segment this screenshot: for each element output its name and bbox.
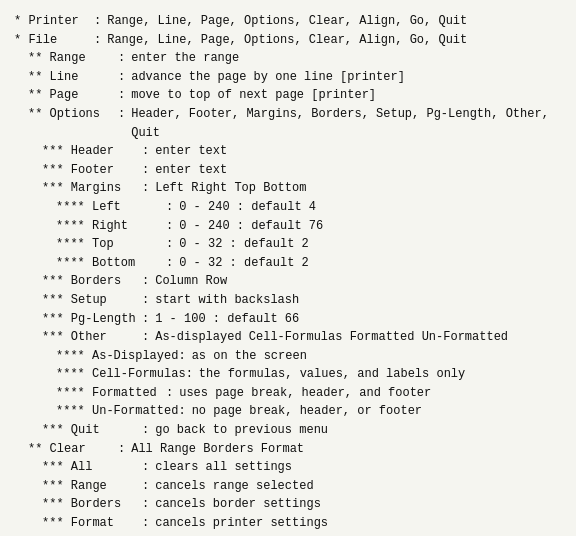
menu-description: cancels border settings bbox=[155, 495, 321, 514]
menu-colon: : bbox=[178, 402, 185, 421]
menu-label: ** Options bbox=[28, 105, 118, 124]
menu-label: *** Setup bbox=[42, 291, 142, 310]
menu-row: *** Footer: enter text bbox=[14, 161, 562, 180]
menu-description: Column Row bbox=[155, 272, 227, 291]
menu-description: page counter zero bbox=[131, 533, 253, 536]
menu-description: enter text bbox=[155, 142, 227, 161]
menu-label: **** Left bbox=[56, 198, 166, 217]
menu-row: *** Other: As-displayed Cell-Formulas Fo… bbox=[14, 328, 562, 347]
menu-description: 0 - 240 : default 76 bbox=[179, 217, 323, 236]
menu-colon: : bbox=[118, 49, 125, 68]
menu-label: **** Right bbox=[56, 217, 166, 236]
menu-colon: : bbox=[118, 105, 125, 124]
menu-label: *** All bbox=[42, 458, 142, 477]
menu-row: ** Align: page counter zero bbox=[14, 533, 562, 536]
menu-row: *** Quit: go back to previous menu bbox=[14, 421, 562, 440]
menu-colon: : bbox=[142, 421, 149, 440]
menu-label: * Printer bbox=[14, 12, 94, 31]
menu-description: 0 - 240 : default 4 bbox=[179, 198, 316, 217]
menu-colon: : bbox=[142, 179, 149, 198]
menu-colon: : bbox=[142, 477, 149, 496]
menu-description: clears all settings bbox=[155, 458, 292, 477]
menu-row: **** Formatted: uses page break, header,… bbox=[14, 384, 562, 403]
menu-description: advance the page by one line [printer] bbox=[131, 68, 405, 87]
menu-description: enter the range bbox=[131, 49, 239, 68]
menu-row: ** Clear: All Range Borders Format bbox=[14, 440, 562, 459]
menu-description: no page break, header, or footer bbox=[192, 402, 422, 421]
menu-colon: : bbox=[94, 31, 101, 50]
menu-label: *** Other bbox=[42, 328, 142, 347]
menu-row: **** As-Displayed: as on the screen bbox=[14, 347, 562, 366]
menu-label: *** Borders bbox=[42, 495, 142, 514]
menu-row: * File: Range, Line, Page, Options, Clea… bbox=[14, 31, 562, 50]
menu-label: ** Page bbox=[28, 86, 118, 105]
menu-description: uses page break, header, and footer bbox=[179, 384, 431, 403]
menu-row: **** Right: 0 - 240 : default 76 bbox=[14, 217, 562, 236]
menu-description: Range, Line, Page, Options, Clear, Align… bbox=[107, 31, 467, 50]
menu-label: *** Footer bbox=[42, 161, 142, 180]
menu-row: *** Borders: Column Row bbox=[14, 272, 562, 291]
menu-colon: : bbox=[178, 347, 185, 366]
menu-description: 1 - 100 : default 66 bbox=[155, 310, 299, 329]
menu-colon: : bbox=[142, 161, 149, 180]
menu-label: **** Top bbox=[56, 235, 166, 254]
menu-row: * Printer: Range, Line, Page, Options, C… bbox=[14, 12, 562, 31]
menu-colon: : bbox=[166, 235, 173, 254]
menu-row: *** Setup: start with backslash bbox=[14, 291, 562, 310]
menu-row: ** Line: advance the page by one line [p… bbox=[14, 68, 562, 87]
menu-row: *** Margins: Left Right Top Bottom bbox=[14, 179, 562, 198]
menu-label: *** Format bbox=[42, 514, 142, 533]
menu-colon: : bbox=[166, 384, 173, 403]
menu-description: All Range Borders Format bbox=[131, 440, 304, 459]
menu-description: Range, Line, Page, Options, Clear, Align… bbox=[107, 12, 467, 31]
menu-label: *** Header bbox=[42, 142, 142, 161]
menu-row: ** Options: Header, Footer, Margins, Bor… bbox=[14, 105, 562, 142]
menu-row: *** Format: cancels printer settings bbox=[14, 514, 562, 533]
menu-row: ** Page: move to top of next page [print… bbox=[14, 86, 562, 105]
menu-row: **** Top: 0 - 32 : default 2 bbox=[14, 235, 562, 254]
menu-colon: : bbox=[142, 328, 149, 347]
menu-label: ** Clear bbox=[28, 440, 118, 459]
menu-description: Left Right Top Bottom bbox=[155, 179, 306, 198]
menu-description: the formulas, values, and labels only bbox=[199, 365, 465, 384]
menu-description: 0 - 32 : default 2 bbox=[179, 254, 309, 273]
menu-row: ** Range: enter the range bbox=[14, 49, 562, 68]
menu-row: *** Range: cancels range selected bbox=[14, 477, 562, 496]
menu-colon: : bbox=[142, 272, 149, 291]
menu-colon: : bbox=[186, 365, 193, 384]
menu-colon: : bbox=[118, 86, 125, 105]
menu-label: **** Bottom bbox=[56, 254, 166, 273]
menu-row: **** Left: 0 - 240 : default 4 bbox=[14, 198, 562, 217]
menu-colon: : bbox=[142, 458, 149, 477]
menu-description: As-displayed Cell-Formulas Formatted Un-… bbox=[155, 328, 508, 347]
menu-row: *** All: clears all settings bbox=[14, 458, 562, 477]
menu-label: **** Cell-Formulas bbox=[56, 365, 186, 384]
menu-row: *** Pg-Length: 1 - 100 : default 66 bbox=[14, 310, 562, 329]
menu-description: Header, Footer, Margins, Borders, Setup,… bbox=[131, 105, 562, 142]
menu-colon: : bbox=[142, 291, 149, 310]
menu-label: *** Pg-Length bbox=[42, 310, 142, 329]
menu-colon: : bbox=[142, 310, 149, 329]
menu-label: ** Align bbox=[28, 533, 118, 536]
menu-description: 0 - 32 : default 2 bbox=[179, 235, 309, 254]
menu-row: **** Bottom: 0 - 32 : default 2 bbox=[14, 254, 562, 273]
menu-colon: : bbox=[166, 198, 173, 217]
menu-description: cancels printer settings bbox=[155, 514, 328, 533]
menu-description: enter text bbox=[155, 161, 227, 180]
menu-label: **** As-Displayed bbox=[56, 347, 178, 366]
menu-description: move to top of next page [printer] bbox=[131, 86, 376, 105]
menu-colon: : bbox=[142, 142, 149, 161]
menu-description: as on the screen bbox=[192, 347, 307, 366]
menu-label: *** Range bbox=[42, 477, 142, 496]
menu-description: start with backslash bbox=[155, 291, 299, 310]
menu-colon: : bbox=[166, 254, 173, 273]
menu-label: ** Line bbox=[28, 68, 118, 87]
menu-colon: : bbox=[142, 514, 149, 533]
menu-colon: : bbox=[118, 533, 125, 536]
menu-label: *** Margins bbox=[42, 179, 142, 198]
menu-label: **** Un-Formatted bbox=[56, 402, 178, 421]
menu-label: ** Range bbox=[28, 49, 118, 68]
menu-description: cancels range selected bbox=[155, 477, 313, 496]
menu-row: **** Cell-Formulas: the formulas, values… bbox=[14, 365, 562, 384]
menu-label: * File bbox=[14, 31, 94, 50]
